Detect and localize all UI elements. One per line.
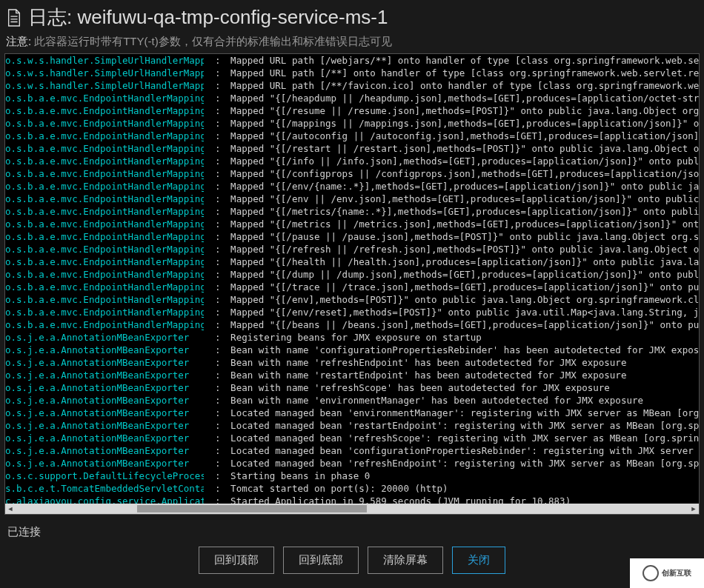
log-line: o.s.b.a.e.mvc.EndpointHandlerMapping : M… <box>5 230 699 243</box>
log-logger: o.s.b.a.e.mvc.EndpointHandlerMapping <box>5 205 204 218</box>
log-line: o.s.j.e.a.AnnotationMBeanExporter : Loca… <box>5 419 699 432</box>
notice-text: 此容器运行时带有TTY(-t)参数，仅有合并的标准输出和标准错误日志可见 <box>34 35 391 49</box>
log-separator: : <box>204 104 225 117</box>
log-separator: : <box>204 470 225 482</box>
log-message: Bean with name 'restartEndpoint' has bee… <box>225 369 699 381</box>
log-message: Mapped "{[/heapdump || /heapdump.json],m… <box>225 92 699 104</box>
log-viewport[interactable]: o.s.w.s.handler.SimpleUrlHandlerMapping … <box>5 54 699 504</box>
document-icon <box>6 8 22 27</box>
log-line: o.s.b.a.e.mvc.EndpointHandlerMapping : M… <box>5 255 699 268</box>
log-logger: o.s.b.a.e.mvc.EndpointHandlerMapping <box>5 117 204 130</box>
log-message: Located managed bean 'refreshEndpoint': … <box>225 457 699 470</box>
brand-text: 创新互联 <box>662 569 691 577</box>
log-separator: : <box>204 243 225 255</box>
log-line: o.s.w.s.handler.SimpleUrlHandlerMapping … <box>5 79 699 92</box>
log-logger: o.s.j.e.a.AnnotationMBeanExporter <box>5 344 204 356</box>
log-message: Mapped "{[/resume || /resume.json],metho… <box>225 104 699 117</box>
log-separator: : <box>204 255 225 268</box>
log-message: Mapped "{[/dump || /dump.json],methods=[… <box>225 268 699 281</box>
log-line: o.s.b.a.e.mvc.EndpointHandlerMapping : M… <box>5 306 699 318</box>
scroll-top-button[interactable]: 回到顶部 <box>199 547 274 574</box>
log-message: Mapped "{[/env/reset],methods=[POST]}" o… <box>225 306 699 318</box>
log-message: Mapped URL path [/**] onto handler of ty… <box>225 67 699 79</box>
log-logger: o.s.j.e.a.AnnotationMBeanExporter <box>5 457 204 470</box>
log-separator: : <box>204 444 225 457</box>
log-message: Mapped "{[/metrics || /metrics.json],met… <box>225 218 699 230</box>
log-line: o.s.j.e.a.AnnotationMBeanExporter : Bean… <box>5 356 699 369</box>
log-message: Mapped "{[/autoconfig || /autoconfig.jso… <box>225 130 699 142</box>
log-line: o.s.b.a.e.mvc.EndpointHandlerMapping : M… <box>5 205 699 218</box>
horizontal-scrollbar[interactable]: ◄ ► <box>5 504 699 514</box>
log-line: o.s.w.s.handler.SimpleUrlHandlerMapping … <box>5 67 699 79</box>
log-line: o.s.j.e.a.AnnotationMBeanExporter : Loca… <box>5 432 699 444</box>
log-separator: : <box>204 306 225 318</box>
scroll-bottom-button[interactable]: 回到底部 <box>283 547 359 574</box>
log-separator: : <box>204 495 225 504</box>
log-message: Bean with name 'environmentManager' has … <box>225 394 699 407</box>
notice: 注意: 此容器运行时带有TTY(-t)参数，仅有合并的标准输出和标准错误日志可见 <box>6 35 698 49</box>
log-logger: o.s.w.s.handler.SimpleUrlHandlerMapping <box>5 67 204 79</box>
log-logger: o.s.b.a.e.mvc.EndpointHandlerMapping <box>5 104 204 117</box>
log-logger: o.s.b.a.e.mvc.EndpointHandlerMapping <box>5 142 204 155</box>
log-message: Mapped "{[/restart || /restart.json],met… <box>225 142 699 155</box>
log-line: o.s.b.a.e.mvc.EndpointHandlerMapping : M… <box>5 117 699 130</box>
clear-screen-button[interactable]: 清除屏幕 <box>368 547 443 574</box>
log-separator: : <box>204 318 225 331</box>
log-logger: o.s.b.a.e.mvc.EndpointHandlerMapping <box>5 293 204 306</box>
log-message: Mapped "{[/metrics/{name:.*}],methods=[G… <box>225 205 699 218</box>
notice-label: 注意: <box>6 35 31 49</box>
log-logger: o.s.j.e.a.AnnotationMBeanExporter <box>5 419 204 432</box>
log-message: Located managed bean 'restartEndpoint': … <box>225 419 699 432</box>
log-separator: : <box>204 381 225 394</box>
log-message: Mapped "{[/env || /env.json],methods=[GE… <box>225 193 699 205</box>
log-message: Mapped URL path [/**/favicon.ico] onto h… <box>225 79 699 92</box>
log-logger: s.b.c.e.t.TomcatEmbeddedServletContainer <box>5 482 204 495</box>
log-logger: o.s.b.a.e.mvc.EndpointHandlerMapping <box>5 167 204 180</box>
log-logger: o.s.w.s.handler.SimpleUrlHandlerMapping <box>5 54 204 67</box>
log-message: Mapped "{[/env],methods=[POST]}" onto pu… <box>225 293 699 306</box>
log-line: o.s.j.e.a.AnnotationMBeanExporter : Loca… <box>5 407 699 419</box>
status-bar: 已连接 <box>0 515 704 544</box>
log-separator: : <box>204 293 225 306</box>
log-message: Mapped "{[/env/{name:.*}],methods=[GET],… <box>225 180 699 193</box>
log-message: Located managed bean 'environmentManager… <box>225 407 699 419</box>
log-line: o.s.j.e.a.AnnotationMBeanExporter : Regi… <box>5 331 699 344</box>
scroll-left-arrow[interactable]: ◄ <box>5 504 16 514</box>
log-line: o.s.b.a.e.mvc.EndpointHandlerMapping : M… <box>5 155 699 167</box>
log-message: Mapped "{[/configprops || /configprops.j… <box>225 167 699 180</box>
log-line: o.s.b.a.e.mvc.EndpointHandlerMapping : M… <box>5 281 699 293</box>
scroll-right-arrow[interactable]: ► <box>688 504 699 514</box>
title-name: weifuwu-qa-tmp-config-service-ms-1 <box>77 6 388 28</box>
log-message: Tomcat started on port(s): 20000 (http) <box>225 482 699 495</box>
log-separator: : <box>204 180 225 193</box>
log-separator: : <box>204 268 225 281</box>
log-separator: : <box>204 482 225 495</box>
log-separator: : <box>204 369 225 381</box>
log-separator: : <box>204 79 225 92</box>
log-message: Registering beans for JMX exposure on st… <box>225 331 699 344</box>
log-message: Mapped "{[/pause || /pause.json],methods… <box>225 230 699 243</box>
log-message: Bean with name 'refreshEndpoint' has bee… <box>225 356 699 369</box>
close-button[interactable]: 关闭 <box>452 547 505 574</box>
log-logger: o.s.j.e.a.AnnotationMBeanExporter <box>5 407 204 419</box>
log-logger: o.s.b.a.e.mvc.EndpointHandlerMapping <box>5 268 204 281</box>
log-logger: o.s.b.a.e.mvc.EndpointHandlerMapping <box>5 243 204 255</box>
scrollbar-thumb[interactable] <box>137 505 367 512</box>
brand-watermark: 创新互联 <box>630 558 704 588</box>
log-line: o.s.b.a.e.mvc.EndpointHandlerMapping : M… <box>5 130 699 142</box>
log-logger: o.s.b.a.e.mvc.EndpointHandlerMapping <box>5 318 204 331</box>
log-separator: : <box>204 432 225 444</box>
button-row: 回到顶部 回到底部 清除屏幕 关闭 <box>0 547 704 574</box>
log-line: o.s.b.a.e.mvc.EndpointHandlerMapping : M… <box>5 104 699 117</box>
log-logger: o.s.j.e.a.AnnotationMBeanExporter <box>5 432 204 444</box>
log-line: o.s.b.a.e.mvc.EndpointHandlerMapping : M… <box>5 92 699 104</box>
log-message: Mapped "{[/beans || /beans.json],methods… <box>225 318 699 331</box>
brand-icon <box>642 565 659 581</box>
title-prefix: 日志: <box>28 6 72 28</box>
log-separator: : <box>204 193 225 205</box>
log-separator: : <box>204 281 225 293</box>
log-line: o.s.b.a.e.mvc.EndpointHandlerMapping : M… <box>5 293 699 306</box>
log-line: o.s.j.e.a.AnnotationMBeanExporter : Bean… <box>5 369 699 381</box>
log-logger: o.s.j.e.a.AnnotationMBeanExporter <box>5 394 204 407</box>
log-line: o.s.c.support.DefaultLifecycleProcessor … <box>5 470 699 482</box>
